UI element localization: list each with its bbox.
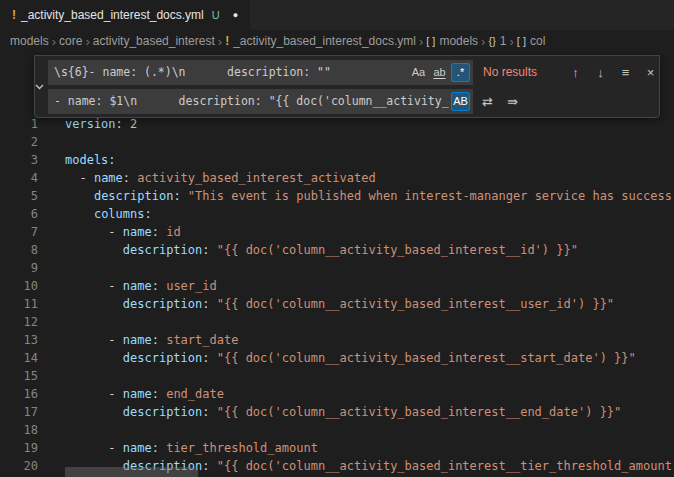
editor[interactable]: 1version: 223models:4 - name: activity_b… bbox=[0, 52, 674, 477]
line-number: 4 bbox=[0, 169, 38, 187]
array-icon: [ ] bbox=[517, 35, 526, 47]
code-line[interactable]: 12 bbox=[0, 313, 674, 331]
line-number: 19 bbox=[0, 439, 38, 457]
breadcrumb-item[interactable]: activity_based_interest bbox=[93, 34, 215, 48]
find-row: \s{6}- name: (.*)\n description: "" Aa a… bbox=[48, 59, 661, 85]
breadcrumb-item[interactable]: [ ]models bbox=[426, 34, 478, 48]
line-number: 17 bbox=[0, 403, 38, 421]
breadcrumb-item[interactable]: !_activity_based_interest_docs.yml bbox=[225, 34, 416, 48]
breadcrumb-separator-icon: › bbox=[481, 34, 485, 49]
code-line[interactable]: 8 description: "{{ doc('column__activity… bbox=[0, 241, 674, 259]
line-number: 16 bbox=[0, 385, 38, 403]
array-icon: [ ] bbox=[426, 35, 435, 47]
code-line-text: description: "{{ doc('column__activity_b… bbox=[65, 349, 636, 367]
code-line[interactable]: 4 - name: activity_based_interest_activa… bbox=[0, 169, 674, 187]
object-icon: {} bbox=[488, 35, 495, 47]
git-status-badge: U bbox=[212, 9, 220, 21]
code-line[interactable]: 13 - name: start_date bbox=[0, 331, 674, 349]
regex-button[interactable]: .* bbox=[451, 63, 470, 82]
line-number: 20 bbox=[0, 457, 38, 475]
code-line-text: - name: tier_threshold_amount bbox=[65, 439, 318, 457]
breadcrumb-label: col bbox=[530, 34, 545, 48]
code-line[interactable]: 6 columns: bbox=[0, 205, 674, 223]
code-line-text: - name: end_date bbox=[65, 385, 224, 403]
breadcrumb-item[interactable]: core bbox=[59, 34, 82, 48]
line-number: 8 bbox=[0, 241, 38, 259]
warning-icon: ! bbox=[12, 8, 16, 22]
line-number: 10 bbox=[0, 277, 38, 295]
find-results-count: No results bbox=[483, 65, 555, 79]
code-line-text: description: "{{ doc('column__activity_b… bbox=[65, 403, 621, 421]
toggle-replace-button[interactable] bbox=[35, 56, 44, 117]
line-number: 12 bbox=[0, 313, 38, 331]
breadcrumb-label: _activity_based_interest_docs.yml bbox=[233, 34, 416, 48]
replace-icon[interactable]: ⇄ bbox=[477, 91, 498, 112]
code-line[interactable]: 18 bbox=[0, 421, 674, 439]
code-line[interactable]: 17 description: "{{ doc('column__activit… bbox=[0, 403, 674, 421]
code-line[interactable]: 19 - name: tier_threshold_amount bbox=[0, 439, 674, 457]
vscode-window: ! _activity_based_interest_docs.yml U ● … bbox=[0, 0, 674, 477]
code-line[interactable]: 3models: bbox=[0, 151, 674, 169]
horizontal-scrollbar[interactable] bbox=[65, 467, 198, 477]
code-line-text: - name: start_date bbox=[65, 331, 238, 349]
code-line-text: - name: id bbox=[65, 223, 181, 241]
breadcrumb-separator-icon: › bbox=[218, 34, 222, 49]
whole-word-button[interactable]: ab bbox=[430, 63, 449, 82]
breadcrumb-separator-icon: › bbox=[419, 34, 423, 49]
line-number: 9 bbox=[0, 259, 38, 277]
code-line[interactable]: 9 bbox=[0, 259, 674, 277]
code-line-text: description: "This event is published wh… bbox=[65, 187, 672, 205]
line-number: 3 bbox=[0, 151, 38, 169]
previous-match-button[interactable]: ↑ bbox=[565, 62, 586, 83]
code-line-text: - name: user_id bbox=[65, 277, 217, 295]
warning-icon: ! bbox=[225, 34, 229, 48]
find-in-selection-button[interactable]: ≡ bbox=[615, 62, 636, 83]
replace-input[interactable]: - name: $1\n description: "{{ doc('colum… bbox=[48, 89, 473, 114]
code-line[interactable]: 2 bbox=[0, 133, 674, 151]
line-number: 15 bbox=[0, 367, 38, 385]
code-line-text: description: "{{ doc('column__activity_b… bbox=[65, 241, 578, 259]
breadcrumb-item[interactable]: models bbox=[10, 34, 49, 48]
replace-text: - name: $1\n description: "{{ doc('colum… bbox=[54, 94, 449, 108]
tab-activity-based-interest-docs[interactable]: ! _activity_based_interest_docs.yml U ● bbox=[0, 0, 250, 30]
line-number: 5 bbox=[0, 187, 38, 205]
line-number: 14 bbox=[0, 349, 38, 367]
breadcrumb-label: activity_based_interest bbox=[93, 34, 215, 48]
tab-title: _activity_based_interest_docs.yml bbox=[21, 8, 204, 22]
line-number: 11 bbox=[0, 295, 38, 313]
code-line-text: description: "{{ doc('column__activity_b… bbox=[65, 295, 614, 313]
breadcrumb-label: models bbox=[10, 34, 49, 48]
code-line[interactable]: 11 description: "{{ doc('column__activit… bbox=[0, 295, 674, 313]
code-line[interactable]: 14 description: "{{ doc('column__activit… bbox=[0, 349, 674, 367]
replace-all-icon[interactable]: ⇛ bbox=[502, 91, 523, 112]
breadcrumb-item[interactable]: {}1 bbox=[488, 34, 506, 48]
code-line[interactable]: 16 - name: end_date bbox=[0, 385, 674, 403]
match-case-button[interactable]: Aa bbox=[409, 63, 428, 82]
breadcrumb-label: 1 bbox=[500, 34, 507, 48]
line-number: 2 bbox=[0, 133, 38, 151]
code-line[interactable]: 10 - name: user_id bbox=[0, 277, 674, 295]
breadcrumb-separator-icon: › bbox=[510, 34, 514, 49]
chevron-down-icon bbox=[35, 82, 44, 91]
code-line-text: - name: activity_based_interest_activate… bbox=[65, 169, 376, 187]
code-line[interactable]: 5 description: "This event is published … bbox=[0, 187, 674, 205]
breadcrumb-item[interactable]: [ ]col bbox=[517, 34, 546, 48]
line-number: 1 bbox=[0, 115, 38, 133]
breadcrumb-separator-icon: › bbox=[85, 34, 89, 49]
code-line[interactable]: 15 bbox=[0, 367, 674, 385]
line-number: 6 bbox=[0, 205, 38, 223]
next-match-button[interactable]: ↓ bbox=[590, 62, 611, 83]
line-number: 18 bbox=[0, 421, 38, 439]
breadcrumb-label: models bbox=[439, 34, 478, 48]
close-icon[interactable]: × bbox=[640, 62, 661, 83]
find-input[interactable]: \s{6}- name: (.*)\n description: "" Aa a… bbox=[48, 60, 473, 85]
dirty-indicator[interactable]: ● bbox=[233, 10, 238, 20]
tab-bar: ! _activity_based_interest_docs.yml U ● bbox=[0, 0, 674, 30]
breadcrumb-separator-icon: › bbox=[52, 34, 56, 49]
find-replace-widget: \s{6}- name: (.*)\n description: "" Aa a… bbox=[34, 55, 660, 118]
code-line-text: columns: bbox=[65, 205, 152, 223]
breadcrumb: models›core›activity_based_interest›!_ac… bbox=[0, 30, 674, 52]
code-line[interactable]: 7 - name: id bbox=[0, 223, 674, 241]
breadcrumb-label: core bbox=[59, 34, 82, 48]
preserve-case-button[interactable]: AB bbox=[451, 92, 470, 111]
